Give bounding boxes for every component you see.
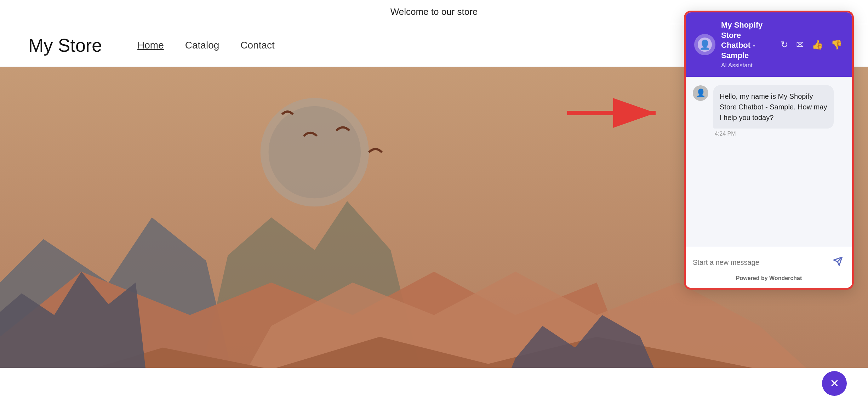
chat-header-badge: AI Assistant: [721, 62, 773, 69]
chat-input[interactable]: [693, 256, 827, 269]
nav-link-contact[interactable]: Contact: [240, 40, 275, 51]
chat-widget: 👤 My Shopify Store Chatbot - Sample AI A…: [684, 11, 854, 290]
chat-title-line1: My Shopify Store: [721, 20, 773, 40]
avatar-icon: 👤: [699, 39, 710, 50]
chat-body: 👤 Hello, my name is My Shopify Store Cha…: [686, 77, 852, 247]
chat-message-row: 👤 Hello, my name is My Shopify Store Cha…: [693, 85, 845, 137]
chat-input-area: Powered by Wonderchat: [686, 247, 852, 288]
chat-title-line2: Chatbot - Sample: [721, 40, 773, 61]
announcement-text: Welcome to our store: [390, 6, 478, 17]
nav-links: Home Catalog Contact: [137, 40, 275, 51]
store-logo: My Store: [28, 35, 102, 56]
thumbdown-button[interactable]: 👎: [829, 38, 844, 52]
powered-brand: Wonderchat: [769, 275, 802, 281]
powered-by-text: Powered by Wonderchat: [693, 271, 845, 284]
email-button[interactable]: ✉: [795, 38, 805, 52]
nav-link-catalog[interactable]: Catalog: [185, 40, 219, 51]
chat-header-info: My Shopify Store Chatbot - Sample AI Ass…: [721, 20, 773, 69]
message-bubble: Hello, my name is My Shopify Store Chatb…: [713, 85, 834, 129]
message-avatar: 👤: [693, 85, 708, 101]
chat-header: 👤 My Shopify Store Chatbot - Sample AI A…: [686, 12, 852, 77]
thumbup-button[interactable]: 👍: [810, 38, 824, 52]
arrow-indicator: [564, 95, 670, 131]
chat-send-button[interactable]: [831, 254, 845, 271]
avatar-inner: 👤: [698, 38, 712, 52]
chatbot-avatar: 👤: [694, 34, 715, 55]
message-time: 4:24 PM: [713, 131, 834, 137]
nav-link-home[interactable]: Home: [137, 40, 164, 51]
chat-close-button[interactable]: ✕: [822, 371, 847, 396]
chat-header-actions: ↻ ✉ 👍 👎: [779, 38, 844, 52]
refresh-button[interactable]: ↻: [779, 38, 790, 52]
message-avatar-icon: 👤: [696, 89, 706, 98]
svg-point-2: [269, 106, 361, 199]
powered-prefix: Powered by: [736, 275, 769, 281]
chat-input-row: [693, 254, 845, 271]
message-bubble-wrapper: Hello, my name is My Shopify Store Chatb…: [713, 85, 834, 137]
